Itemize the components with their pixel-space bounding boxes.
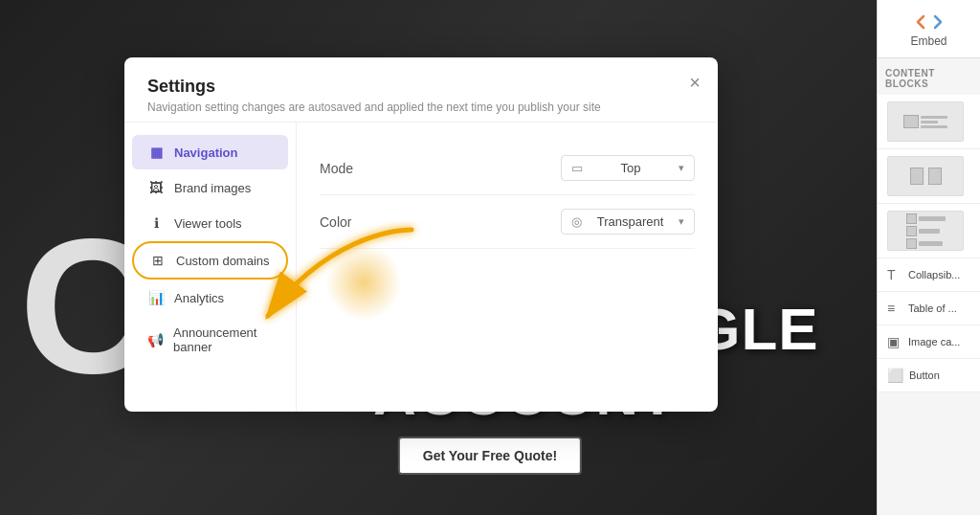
color-value-icon: ◎: [571, 214, 582, 229]
nav-label-announcement: Announcement banner: [173, 325, 273, 354]
analytics-icon: 📊: [147, 290, 165, 305]
color-label: Color: [320, 214, 351, 230]
nav-label-analytics: Analytics: [174, 291, 224, 305]
setting-row-color: Color ◎ Transparent ▾: [320, 195, 695, 249]
dialog-overlay: Settings Navigation setting changes are …: [0, 0, 980, 515]
brand-images-icon: 🖼: [147, 180, 165, 195]
dialog-content: Mode ▭ Top ▾ Color ◎ Transparent ▾: [297, 123, 718, 412]
custom-domains-icon: ⊞: [149, 253, 167, 268]
nav-label-viewer-tools: Viewer tools: [174, 216, 242, 231]
viewer-tools-icon: ℹ: [147, 215, 165, 231]
nav-label-brand-images: Brand images: [174, 181, 251, 195]
setting-row-mode: Mode ▭ Top ▾: [320, 142, 695, 195]
mode-label: Mode: [320, 161, 353, 176]
dialog-subtitle: Navigation setting changes are autosaved…: [147, 101, 695, 114]
dialog-header: Settings Navigation setting changes are …: [124, 57, 718, 123]
color-dropdown[interactable]: ◎ Transparent ▾: [561, 209, 695, 235]
nav-label-custom-domains: Custom domains: [176, 254, 270, 268]
nav-item-custom-domains[interactable]: ⊞ Custom domains: [132, 241, 288, 280]
nav-item-brand-images[interactable]: 🖼 Brand images: [132, 170, 288, 205]
mode-chevron-icon: ▾: [679, 162, 684, 174]
announcement-icon: 📢: [147, 332, 164, 347]
dialog-close-button[interactable]: ×: [689, 73, 701, 92]
dialog-title: Settings: [147, 77, 695, 97]
navigation-icon: ▦: [147, 145, 165, 160]
mode-value-text: Top: [621, 161, 641, 175]
nav-item-analytics[interactable]: 📊 Analytics: [132, 280, 288, 315]
settings-dialog: Settings Navigation setting changes are …: [124, 57, 718, 412]
mode-dropdown[interactable]: ▭ Top ▾: [561, 155, 695, 181]
dialog-body: ▦ Navigation 🖼 Brand images ℹ Viewer too…: [124, 123, 718, 412]
color-chevron-icon: ▾: [679, 215, 684, 228]
color-value-text: Transparent: [597, 214, 664, 229]
nav-item-announcement-banner[interactable]: 📢 Announcement banner: [132, 316, 288, 364]
mode-value-icon: ▭: [571, 161, 583, 175]
nav-item-navigation[interactable]: ▦ Navigation: [132, 135, 288, 169]
nav-item-viewer-tools[interactable]: ℹ Viewer tools: [132, 206, 288, 240]
nav-label-navigation: Navigation: [174, 146, 237, 160]
dialog-nav: ▦ Navigation 🖼 Brand images ℹ Viewer too…: [124, 123, 297, 412]
